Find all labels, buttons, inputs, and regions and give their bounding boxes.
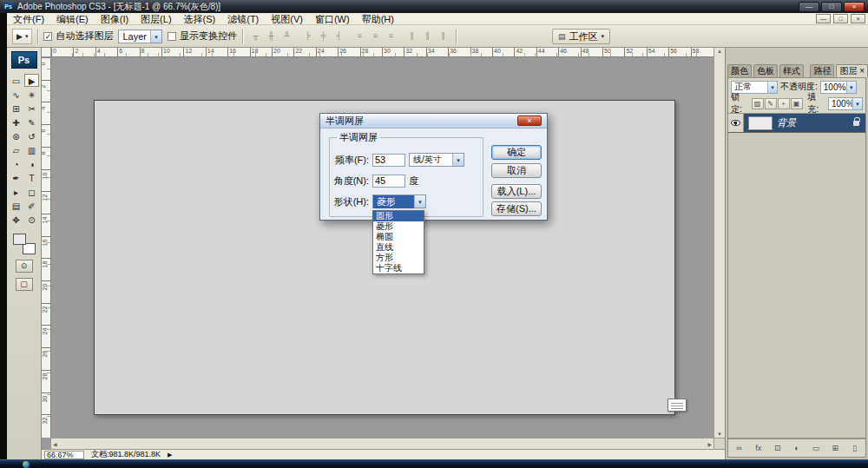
link-layers-icon[interactable]: ∞ xyxy=(733,442,745,454)
lock-transparent-pixels-icon[interactable]: ▨ xyxy=(752,98,764,109)
visibility-toggle[interactable] xyxy=(728,114,744,132)
magic-wand-tool[interactable]: ✳ xyxy=(24,88,39,101)
layer-style-icon[interactable]: fx xyxy=(753,442,764,454)
ok-button[interactable]: 确定 xyxy=(491,145,542,160)
healing-brush-tool[interactable]: ✚ xyxy=(9,115,23,129)
titlebar[interactable]: Ps Adobe Photoshop CS3 - [无标题-1 @ 66.7%(… xyxy=(0,0,868,13)
crop-tool[interactable]: ⊞ xyxy=(9,102,23,115)
scroll-right-icon[interactable]: ▶ xyxy=(707,441,712,447)
menu-item-window[interactable]: 窗口(W) xyxy=(309,13,356,25)
menu-item-filter[interactable]: 滤镜(T) xyxy=(221,13,265,25)
zoom-level-field[interactable]: 66.67% xyxy=(44,451,84,459)
lock-position-icon[interactable]: + xyxy=(778,98,790,109)
tab-swatches[interactable]: 色板 xyxy=(753,64,778,77)
blur-tool[interactable]: ◔ xyxy=(9,157,23,170)
eraser-tool[interactable]: ▱ xyxy=(9,143,23,156)
distribute-vertical-centers-icon[interactable]: ≡ xyxy=(368,30,383,43)
fill-combo[interactable]: 100% ▾ xyxy=(828,97,863,110)
foreground-color-swatch[interactable] xyxy=(13,234,26,245)
minimize-button[interactable]: — xyxy=(799,2,819,12)
lasso-tool[interactable]: ∿ xyxy=(9,88,23,101)
pen-tool[interactable]: ✒ xyxy=(9,171,23,184)
dialog-titlebar[interactable]: 半调网屏 × xyxy=(320,114,547,129)
shape-option-square[interactable]: 方形 xyxy=(373,253,424,263)
maximize-button[interactable]: □ xyxy=(821,2,842,12)
dodge-tool[interactable]: ◑ xyxy=(24,157,39,170)
distribute-left-edges-icon[interactable]: ∥ xyxy=(404,30,419,43)
new-layer-icon[interactable]: ⊞ xyxy=(830,442,841,454)
type-tool[interactable]: T xyxy=(24,171,39,184)
align-bottom-edges-icon[interactable]: ╨ xyxy=(279,30,294,43)
shape-option-ellipse[interactable]: 椭圆 xyxy=(373,232,424,242)
align-left-edges-icon[interactable]: ╞ xyxy=(300,30,315,43)
lock-image-pixels-icon[interactable]: ✎ xyxy=(765,98,777,109)
screen-mode-button[interactable]: ▢ xyxy=(16,278,33,291)
taskbar[interactable] xyxy=(0,459,868,468)
menu-item-edit[interactable]: 编辑(E) xyxy=(50,13,95,25)
angle-input[interactable] xyxy=(372,175,405,188)
delete-layer-icon[interactable]: ▯ xyxy=(849,442,860,454)
show-transform-checkbox[interactable] xyxy=(168,32,176,41)
start-button[interactable] xyxy=(23,461,30,468)
chevron-down-icon[interactable]: ▾ xyxy=(767,82,777,93)
notes-tool[interactable]: ▤ xyxy=(9,199,23,212)
shape-tool[interactable]: ◻ xyxy=(24,185,39,198)
zoom-tool[interactable]: ⊙ xyxy=(24,213,39,226)
shape-option-circle[interactable]: 圆形 xyxy=(373,211,424,221)
tab-layers[interactable]: 图层 × xyxy=(836,64,868,77)
rectangular-marquee-tool[interactable]: ▭ xyxy=(9,74,23,87)
frequency-input[interactable] xyxy=(372,154,405,167)
eyedropper-tool[interactable]: ✐ xyxy=(24,199,39,212)
frequency-unit-combo[interactable]: 线/英寸 ▾ xyxy=(409,153,464,167)
shape-option-diamond[interactable]: 菱形 xyxy=(373,221,424,232)
layer-group-combo[interactable]: Layer ▾ xyxy=(118,30,162,43)
tab-color[interactable]: 颜色 xyxy=(727,64,752,77)
document-close-button[interactable]: × xyxy=(851,14,865,23)
scroll-left-icon[interactable]: ◀ xyxy=(53,441,57,447)
add-layer-mask-icon[interactable]: ⊡ xyxy=(772,442,783,454)
close-button[interactable]: × xyxy=(844,2,865,12)
status-expander-icon[interactable]: ▶ xyxy=(168,452,172,458)
slice-tool[interactable]: ✂ xyxy=(24,102,39,115)
auto-select-checkbox[interactable]: ✓ xyxy=(43,32,52,41)
shape-combo[interactable]: 菱形 ▾ xyxy=(372,194,426,208)
distribute-bottom-edges-icon[interactable]: ≡ xyxy=(384,30,398,43)
menu-item-select[interactable]: 选择(S) xyxy=(178,13,222,25)
auto-select-layer-option[interactable]: ✓ 自动选择图层 xyxy=(43,30,113,43)
cancel-button[interactable]: 取消 xyxy=(491,163,542,178)
chevron-down-icon[interactable]: ▾ xyxy=(414,195,425,208)
menu-item-help[interactable]: 帮助(H) xyxy=(356,13,400,25)
align-vertical-centers-icon[interactable]: ╫ xyxy=(264,30,279,43)
workspace-button[interactable]: ▤ 工作区 ▾ xyxy=(552,29,610,44)
move-tool[interactable]: ▶ xyxy=(24,74,39,87)
distribute-horizontal-centers-icon[interactable]: ∥ xyxy=(420,30,435,43)
vertical-scrollbar[interactable]: ▲▼ xyxy=(713,48,725,438)
chevron-down-icon[interactable]: ▾ xyxy=(846,82,856,93)
menu-item-layer[interactable]: 图层(L) xyxy=(135,13,177,25)
align-horizontal-centers-icon[interactable]: ╪ xyxy=(316,30,331,43)
align-top-edges-icon[interactable]: ╥ xyxy=(248,30,263,43)
document-minimize-button[interactable]: — xyxy=(816,14,831,23)
scroll-down-icon[interactable]: ▼ xyxy=(717,432,722,437)
save-button[interactable]: 存储(S)... xyxy=(491,201,542,216)
history-brush-tool[interactable]: ↺ xyxy=(24,129,39,142)
show-transform-option[interactable]: 显示变换控件 xyxy=(168,30,237,43)
distribute-right-edges-icon[interactable]: ∥ xyxy=(436,30,450,43)
chevron-down-icon[interactable]: ▾ xyxy=(150,30,161,43)
shape-option-line[interactable]: 直线 xyxy=(373,242,424,253)
scroll-up-icon[interactable]: ▲ xyxy=(717,49,722,54)
hand-tool[interactable]: ✥ xyxy=(9,213,23,226)
tab-close-icon[interactable]: × xyxy=(857,66,865,76)
chevron-down-icon[interactable]: ▾ xyxy=(852,98,862,109)
menu-item-file[interactable]: 文件(F) xyxy=(7,13,50,25)
tab-paths[interactable]: 路径 xyxy=(810,64,834,77)
horizontal-ruler[interactable]: 0246810121416182022242628303234363840424… xyxy=(51,48,713,57)
path-selection-tool[interactable]: ▸ xyxy=(9,185,23,198)
clone-stamp-tool[interactable]: ⊛ xyxy=(9,129,23,142)
new-adjustment-layer-icon[interactable]: ◐ xyxy=(791,442,802,454)
document-corner-handle[interactable] xyxy=(667,399,687,412)
tool-preset-picker[interactable]: ▶ ▾ xyxy=(12,29,32,44)
chevron-down-icon[interactable]: ▾ xyxy=(452,154,464,166)
new-group-icon[interactable]: ▭ xyxy=(811,442,822,454)
gradient-tool[interactable]: ▥ xyxy=(24,143,39,156)
